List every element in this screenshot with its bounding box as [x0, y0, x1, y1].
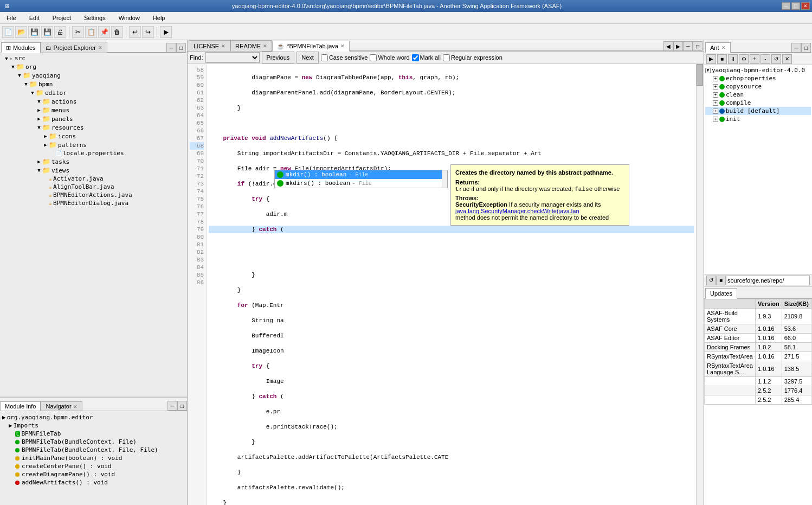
tree-item-bpmneditordialog[interactable]: ☕ BPMNEditorDialog.java	[1, 199, 186, 207]
tab-explorer-close[interactable]: ✕	[98, 45, 102, 50]
ac-scrollbar[interactable]	[442, 170, 447, 188]
table-row[interactable]: 2.5.21776.4library	[705, 386, 813, 395]
ant-url-stop[interactable]: ■	[716, 276, 726, 285]
tab-modules[interactable]: ⊞ Modules	[1, 42, 41, 53]
tree-item-yaoqiang[interactable]: ▼ 📁 yaoqiang	[1, 71, 186, 80]
method-addnewartifacts[interactable]: addNewArtifacts() : void	[2, 478, 185, 487]
ant-item-clean[interactable]: + clean	[705, 91, 811, 99]
navigator-close-icon[interactable]: ✕	[73, 404, 78, 410]
tree-item-bpmn[interactable]: ▼ 📁 bpmn	[1, 80, 186, 88]
next-button[interactable]: Next	[297, 52, 319, 63]
editor-vscroll[interactable]	[696, 64, 704, 505]
menu-window[interactable]: Window	[114, 14, 144, 22]
ant-item-copysource[interactable]: + copysource	[705, 82, 811, 91]
close-button[interactable]: ✕	[801, 2, 810, 10]
maximize-button[interactable]: □	[791, 2, 800, 10]
table-row[interactable]: Docking Frames1.0.258.1development	[705, 342, 813, 351]
editor-prev-btn[interactable]: ◀	[663, 41, 673, 51]
tab-project-explorer[interactable]: 🗂 Project Explorer ✕	[41, 42, 107, 53]
license-close-icon[interactable]: ✕	[221, 43, 225, 49]
tree-item-panels[interactable]: ▶ 📁 panels	[1, 114, 186, 123]
updates-table-container[interactable]: Version Size(KB) Category ASAF-Build Sys…	[704, 299, 812, 506]
autocomplete-popup[interactable]: mkdir() : boolean - File mkdirs() : bool…	[274, 170, 448, 188]
ant-close2-btn[interactable]: ✕	[782, 54, 792, 64]
delete-button[interactable]: 🗑	[111, 26, 123, 38]
ant-pause-btn[interactable]: ⏸	[728, 54, 738, 64]
method-initmainpane[interactable]: initMainPane(boolean) : void	[2, 454, 185, 462]
ant-close-icon[interactable]: ✕	[721, 45, 726, 50]
copy-button[interactable]: 📋	[85, 26, 97, 38]
ant-item-build[interactable]: + build [default]	[705, 107, 811, 115]
cut-button[interactable]: ✂	[72, 26, 84, 38]
case-sensitive-checkbox[interactable]	[321, 54, 328, 61]
code-text-area[interactable]: diagramPane = new DiagramTabbedPane(app,…	[207, 64, 696, 505]
method-constructor1[interactable]: BPMNFileTab(BundleContext, File)	[2, 438, 185, 446]
save-all-button[interactable]: 💾	[41, 26, 53, 38]
tree-item-org[interactable]: ▼ 📁 org	[1, 62, 186, 71]
redo-button[interactable]: ↪	[142, 26, 154, 38]
tree-item-icons[interactable]: ▶ 📁 icons	[1, 132, 186, 140]
previous-button[interactable]: Previous	[262, 52, 295, 63]
whole-word-checkbox[interactable]	[370, 54, 377, 61]
ant-maximize-btn[interactable]: □	[801, 43, 811, 53]
find-dropdown[interactable]	[205, 52, 260, 63]
tree-item-activator[interactable]: ☕ Activator.java	[1, 175, 186, 183]
tab-module-info[interactable]: Module Info	[0, 401, 41, 411]
print-button[interactable]: 🖨	[54, 26, 66, 38]
editor-minimize-btn[interactable]: ─	[683, 41, 693, 51]
ant-item-echoproperties[interactable]: + echoproperties	[705, 74, 811, 82]
tab-readme[interactable]: README ✕	[230, 40, 272, 51]
bpmnfiletab-close-icon[interactable]: ✕	[340, 43, 345, 49]
ant-refresh-btn[interactable]: ↺	[771, 54, 781, 64]
table-row[interactable]: RSyntaxTextArea Language S...1.0.16138.5…	[705, 361, 813, 376]
ac-item-mkdirs[interactable]: mkdirs() : boolean - File	[275, 179, 442, 188]
mark-all-checkbox[interactable]	[412, 54, 419, 61]
ant-minimize-btn[interactable]: ─	[791, 43, 801, 53]
minimize-button[interactable]: ─	[782, 2, 790, 10]
open-button[interactable]: 📂	[15, 26, 27, 38]
tab-navigator[interactable]: Navigator ✕	[41, 401, 82, 411]
ant-settings-btn[interactable]: ⚙	[739, 54, 749, 64]
run-button[interactable]: ▶	[160, 26, 172, 38]
case-sensitive-label[interactable]: Case sensitive	[321, 54, 368, 61]
method-creatediagrampane[interactable]: createDiagramPane() : void	[2, 470, 185, 478]
tab-license[interactable]: LICENSE ✕	[189, 40, 230, 51]
menu-project[interactable]: Project	[48, 14, 75, 22]
regular-expr-label[interactable]: Regular expression	[443, 54, 502, 61]
menu-file[interactable]: File	[2, 14, 21, 22]
ac-item-mkdir[interactable]: mkdir() : boolean - File	[275, 170, 442, 179]
ant-root[interactable]: ▼ yaoqiang-bpmn-editor-4.0.0	[705, 66, 811, 74]
editor-area[interactable]: 58 59 60 61 62 63 64 65 66 67 68 69 70 7…	[188, 64, 704, 505]
table-row[interactable]: 2.5.2285.4library	[705, 395, 813, 404]
tree-item-resources[interactable]: ▼ 📁 resources	[1, 123, 186, 132]
ant-stop-btn[interactable]: ■	[717, 54, 727, 64]
module-class-item[interactable]: C BPMNFileTab	[2, 430, 185, 438]
tab-bpmnfiletab[interactable]: ☕ *BPMNFileTab.java ✕	[272, 41, 350, 52]
menu-help[interactable]: Help	[149, 14, 170, 22]
panel-minimize-btn[interactable]: ─	[166, 43, 176, 53]
table-row[interactable]: RSyntaxTextArea1.0.16271.5framework	[705, 351, 813, 361]
ant-url-refresh[interactable]: ↺	[706, 276, 716, 285]
table-row[interactable]: 1.1.23297.5library	[705, 376, 813, 386]
tab-updates[interactable]: Updates	[705, 288, 737, 299]
mark-all-label[interactable]: Mark all	[412, 54, 441, 61]
tree-item-locale[interactable]: 📄 locale.properties	[1, 149, 186, 157]
table-row[interactable]: ASAF Editor1.0.1666.0framework	[705, 333, 813, 342]
tree-item-editor[interactable]: ▼ 📁 editor	[1, 88, 186, 97]
ant-url-input[interactable]	[726, 276, 810, 285]
editor-next-btn[interactable]: ▶	[673, 41, 683, 51]
menu-edit[interactable]: Edit	[25, 14, 44, 22]
tab-ant[interactable]: Ant ✕	[705, 42, 731, 53]
tree-item-aligntoolbar[interactable]: ☕ AlignToolBar.java	[1, 183, 186, 191]
tree-item-src[interactable]: ▼ ▸ src	[1, 54, 186, 62]
javadoc-throws-link[interactable]: java.lang.SecurityManager.checkWrite(jav…	[455, 208, 579, 214]
ant-removetarget-btn[interactable]: -	[761, 54, 770, 64]
table-row[interactable]: ASAF Core1.0.1653.6management	[705, 324, 813, 333]
save-button[interactable]: 💾	[28, 26, 40, 38]
tree-item-patterns[interactable]: ▶ 📁 patterns	[1, 140, 186, 149]
new-button[interactable]: 📄	[2, 26, 14, 38]
ant-run-btn[interactable]: ▶	[706, 54, 716, 64]
whole-word-label[interactable]: Whole word	[370, 54, 409, 61]
panel-maximize-btn[interactable]: □	[176, 43, 186, 53]
module-maximize-btn[interactable]: □	[177, 401, 187, 411]
